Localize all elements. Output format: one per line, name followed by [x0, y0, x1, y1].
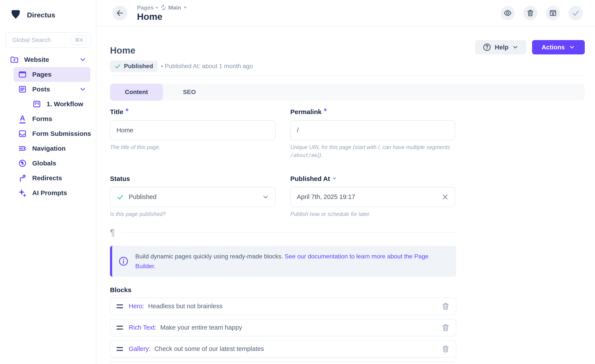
- brand-name: Directus: [27, 11, 55, 19]
- block-row-rich-text[interactable]: Rich Text: Make your entire team happy: [110, 319, 456, 336]
- chevron-down-icon: [512, 44, 518, 50]
- status-badge: Published: [110, 61, 157, 72]
- permalink-input[interactable]: /: [290, 120, 455, 140]
- sidebar-item-workflow[interactable]: 1. Workflow: [14, 97, 90, 112]
- published-at-value: April 7th, 2025 19:17: [297, 193, 355, 201]
- title-value: Home: [117, 127, 133, 134]
- version-sync-icon: [160, 4, 167, 11]
- help-label: Help: [495, 44, 509, 51]
- blocks-label: Blocks: [110, 286, 585, 294]
- block-row-pricing[interactable]: Pricing: Plans to fit every budget: [110, 362, 456, 364]
- delete-button[interactable]: [523, 6, 538, 20]
- block-row-hero[interactable]: Hero: Headless but not brainless: [110, 298, 456, 315]
- preview-button[interactable]: [501, 6, 515, 20]
- tab-seo[interactable]: SEO: [163, 84, 216, 101]
- field-title: Title ★ Home The title of this page.: [110, 108, 276, 159]
- article-icon: [18, 85, 27, 94]
- block-row-gallery[interactable]: Gallery: Check out some of our latest te…: [110, 340, 456, 358]
- sidebar-item-label: Form Submissions: [32, 130, 91, 137]
- eye-icon: [503, 9, 512, 17]
- sidebar-item-label: AI Prompts: [32, 189, 67, 196]
- sidebar: Directus Global Search ⌘K Website: [0, 0, 97, 364]
- published-at-label: Published At: [290, 175, 330, 182]
- chevron-down-icon[interactable]: [79, 56, 86, 63]
- trash-icon[interactable]: [441, 345, 450, 353]
- check-icon: [117, 193, 124, 201]
- banner-text: Build dynamic pages quickly using ready-…: [135, 252, 447, 271]
- drag-handle-icon[interactable]: [117, 347, 123, 351]
- info-banner: Build dynamic pages quickly using ready-…: [110, 246, 456, 277]
- drag-handle-icon[interactable]: [117, 326, 123, 329]
- breadcrumb-separator: •: [156, 4, 158, 11]
- form-grid: Title ★ Home The title of this page. Per…: [110, 108, 455, 218]
- sidebar-nav: Website Pages: [0, 52, 96, 200]
- sidebar-item-label: Globals: [32, 160, 56, 167]
- info-circle-icon: [118, 256, 129, 266]
- title-input[interactable]: Home: [110, 120, 276, 140]
- arrow-left-icon: [116, 9, 124, 17]
- archive-down-icon: [549, 9, 557, 17]
- header-toolbar: [501, 6, 583, 20]
- kanban-board-icon: [32, 99, 41, 109]
- caret-down-icon[interactable]: [333, 177, 336, 180]
- version-selector[interactable]: Main: [160, 4, 187, 11]
- global-search-input[interactable]: Global Search ⌘K: [6, 32, 91, 48]
- section-divider: [110, 75, 585, 76]
- sidebar-item-website[interactable]: Website: [6, 52, 90, 67]
- sidebar-item-globals[interactable]: Globals: [14, 156, 90, 171]
- help-button[interactable]: Help: [475, 40, 526, 54]
- tab-content[interactable]: Content: [110, 84, 163, 101]
- global-search-placeholder: Global Search: [12, 37, 72, 43]
- brand-header[interactable]: Directus: [0, 8, 96, 22]
- published-at-input[interactable]: April 7th, 2025 19:17: [290, 187, 455, 207]
- status-note: Is this page published?: [110, 210, 276, 218]
- check-icon: [114, 63, 121, 70]
- block-title: Make your entire team happy: [160, 324, 242, 331]
- sidebar-item-ai-prompts[interactable]: AI Prompts: [14, 185, 90, 200]
- header-title: Home: [137, 12, 187, 22]
- sidebar-item-redirects[interactable]: Redirects: [14, 171, 90, 185]
- sparkles-icon: [18, 188, 27, 197]
- question-circle-icon: [483, 43, 491, 52]
- actions-button[interactable]: Actions: [532, 40, 585, 54]
- block-type: Gallery:: [129, 345, 150, 352]
- page-title: Home: [110, 45, 475, 56]
- block-type: Rich Text:: [129, 324, 156, 331]
- sidebar-item-label: Posts: [32, 85, 50, 93]
- sidebar-item-navigation[interactable]: Navigation: [14, 141, 90, 156]
- back-button[interactable]: [113, 6, 128, 21]
- sidebar-item-form-submissions[interactable]: Form Submissions: [14, 126, 90, 141]
- drag-handle-icon[interactable]: [117, 304, 123, 308]
- published-meta: • Published At: about 1 month ago: [161, 63, 253, 70]
- redirect-arrow-icon: [18, 174, 27, 183]
- block-title: Check out some of our latest templates: [154, 345, 264, 352]
- sidebar-item-label: Forms: [32, 115, 52, 123]
- permalink-note: Unique URL for this page (start with /, …: [290, 143, 455, 159]
- chevron-down-icon[interactable]: [262, 194, 269, 201]
- tab-bar: Content SEO: [110, 84, 585, 101]
- chevron-down-icon[interactable]: [79, 85, 86, 93]
- sidebar-item-label: Pages: [32, 71, 51, 78]
- save-button[interactable]: [568, 6, 583, 20]
- archive-button[interactable]: [546, 6, 560, 20]
- status-label: Status: [110, 175, 130, 182]
- sidebar-item-forms[interactable]: A Forms: [14, 112, 90, 126]
- permalink-label: Permalink: [290, 108, 321, 116]
- list-chevron-icon: [18, 144, 27, 153]
- sidebar-item-posts[interactable]: Posts: [14, 82, 90, 97]
- sidebar-item-label: 1. Workflow: [47, 100, 83, 108]
- caret-down-icon: [183, 6, 187, 9]
- check-icon: [572, 9, 580, 17]
- trash-icon[interactable]: [441, 302, 450, 310]
- trash-icon[interactable]: [441, 323, 450, 332]
- sidebar-item-pages[interactable]: Pages: [14, 67, 90, 82]
- title-note: The title of this page.: [110, 143, 276, 151]
- clear-x-icon[interactable]: [442, 194, 449, 201]
- status-value: Published: [129, 193, 156, 201]
- breadcrumb-collection[interactable]: Pages: [137, 4, 154, 11]
- status-select[interactable]: Published: [110, 187, 276, 207]
- text-format-icon: A: [18, 114, 27, 123]
- version-label: Main: [168, 4, 181, 11]
- field-status: Status Published Is this page published?: [110, 174, 276, 218]
- chevron-down-icon: [569, 44, 575, 50]
